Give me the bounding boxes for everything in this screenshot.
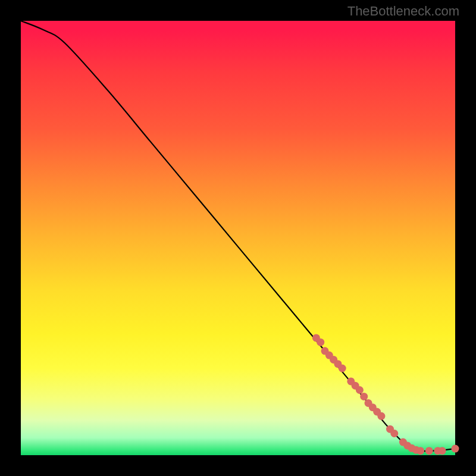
watermark-text: TheBottleneck.com bbox=[347, 4, 459, 19]
data-point-marker bbox=[360, 393, 368, 400]
curve-line bbox=[21, 21, 455, 451]
plot-svg bbox=[21, 21, 455, 455]
data-point-marker bbox=[356, 386, 364, 394]
data-point-marker bbox=[452, 445, 459, 453]
chart-stage: TheBottleneck.com bbox=[0, 0, 476, 476]
data-point-marker bbox=[317, 339, 324, 346]
data-point-marker bbox=[439, 447, 446, 455]
marker-group bbox=[312, 334, 459, 455]
data-point-marker bbox=[425, 447, 433, 455]
data-point-marker bbox=[377, 412, 385, 420]
data-point-marker bbox=[339, 365, 346, 372]
data-point-marker bbox=[416, 447, 424, 455]
data-point-marker bbox=[390, 430, 398, 437]
